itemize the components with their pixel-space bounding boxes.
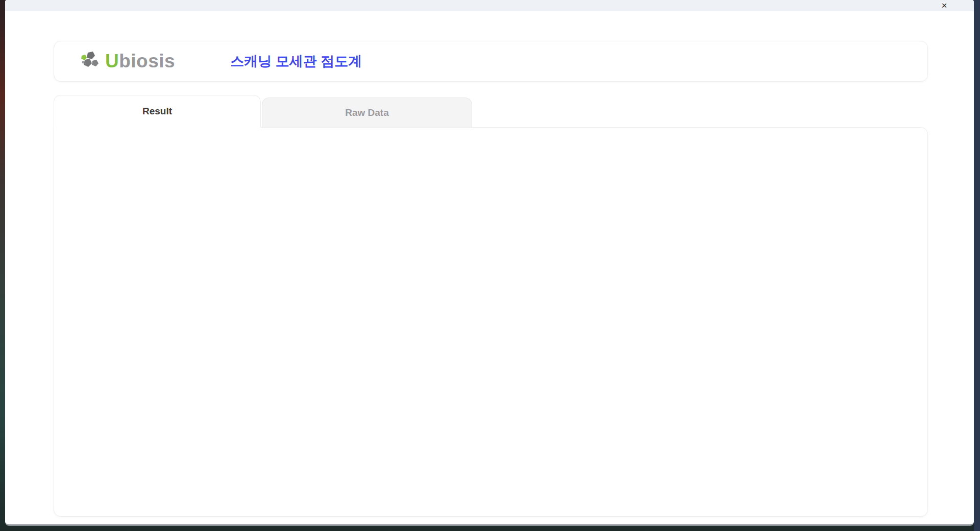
app-window: × Ubiosis 스캐닝 모세관 점도계 Result Raw Data i … (5, 0, 974, 526)
app-title: 스캐닝 모세관 점도계 (230, 52, 362, 70)
desktop-edge (974, 0, 980, 531)
ubiosis-logo-text: Ubiosis (105, 51, 175, 72)
ubiosis-logo-icon (79, 50, 102, 73)
tab-result[interactable]: Result (54, 95, 261, 128)
app-header: Ubiosis 스캐닝 모세관 점도계 (54, 41, 928, 82)
content-panel (54, 127, 928, 517)
window-titlebar: × (5, 0, 974, 11)
close-icon[interactable]: × (938, 0, 950, 11)
tab-raw-data[interactable]: Raw Data (262, 98, 472, 128)
ubiosis-logo: Ubiosis (79, 50, 175, 73)
